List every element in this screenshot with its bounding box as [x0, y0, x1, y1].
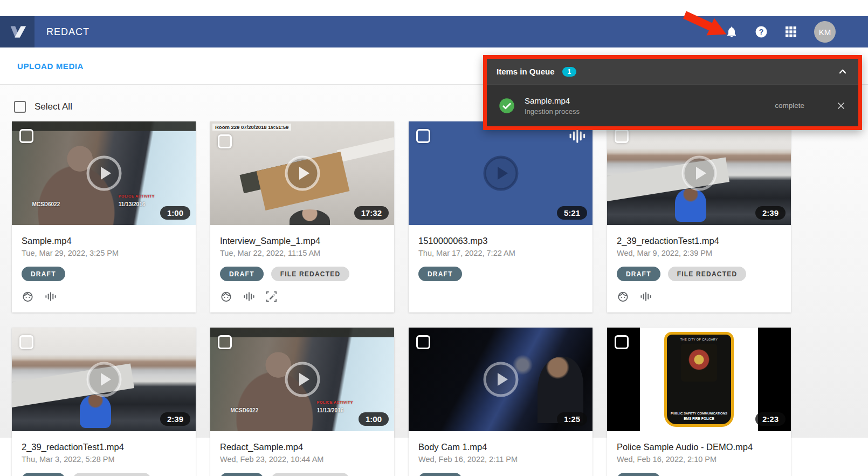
close-icon[interactable] [836, 100, 846, 111]
thumbnail-checkbox[interactable] [218, 335, 232, 349]
police-activity-watermark: POLICE ACTIVITY [119, 194, 155, 198]
room-timestamp-watermark: Room 229 07/20/2018 19:51:59 [212, 124, 291, 131]
queue-item-filename: Sample.mp4 [525, 96, 580, 105]
media-date: Thu, Mar 3, 2022, 5:28 PM [22, 455, 186, 464]
play-icon[interactable] [283, 360, 322, 399]
video-thumbnail[interactable]: 2:39 [607, 121, 791, 225]
media-title: 2_39_redactionTest1.mp4 [617, 236, 781, 246]
media-date: Wed, Mar 9, 2022, 2:39 PM [617, 249, 781, 257]
audio-waveform-icon [44, 290, 57, 303]
media-title: Interview_Sample_1.mp4 [220, 236, 384, 246]
queue-count-badge: 1 [562, 67, 577, 77]
queue-item-row: Sample.mp4 Ingestion process complete [487, 84, 858, 126]
help-icon[interactable]: ? [755, 25, 768, 38]
browser-top-strip [0, 0, 868, 16]
file-redacted-badge: FILE REDACTED [271, 473, 350, 476]
queue-panel-title: Items in Queue [497, 67, 555, 76]
media-title: 1510000063.mp3 [418, 236, 583, 246]
draft-badge: DRAFT [22, 267, 65, 281]
upload-media-button[interactable]: UPLOAD MEDIA [17, 62, 84, 71]
queue-item-status: complete [775, 101, 804, 110]
media-card[interactable]: 2:39 2_39_redactionTest1.mp4 Thu, Mar 3,… [12, 328, 196, 476]
camera-id-watermark: MCSD6022 [231, 407, 259, 413]
video-thumbnail[interactable]: Room 229 07/20/2018 19:51:59 17:32 [210, 121, 394, 225]
duration-badge: 1:00 [359, 412, 389, 426]
media-card[interactable]: 1:25 Body Cam 1.mp4 Wed, Feb 16, 2022, 2… [409, 328, 593, 476]
user-avatar[interactable]: KM [814, 21, 836, 43]
duration-badge: 1:00 [160, 206, 190, 220]
media-date: Tue, Mar 22, 2022, 11:15 AM [220, 249, 384, 257]
media-title: Police Sample Audio - DEMO.mp4 [617, 442, 781, 452]
select-all-label: Select All [35, 101, 72, 112]
play-icon[interactable] [680, 154, 719, 193]
notifications-bell-icon[interactable] [725, 25, 738, 38]
crest-services-text: EMS FIRE POLICE [684, 417, 714, 421]
chevron-up-icon[interactable] [837, 66, 849, 78]
video-thumbnail[interactable]: 2:39 [12, 328, 196, 431]
items-in-queue-panel: Items in Queue 1 Sample.mp4 Ingestion pr… [487, 59, 858, 126]
thumbnail-checkbox[interactable] [416, 129, 430, 143]
media-date: Wed, Feb 16, 2022, 2:11 PM [418, 455, 583, 464]
duration-badge: 17:32 [354, 206, 389, 220]
draft-badge: DRAFT [617, 473, 660, 476]
face-detection-icon [22, 290, 34, 303]
audio-waveform-icon [243, 290, 255, 303]
queue-item-process: Ingestion process [525, 107, 580, 115]
crest-emblem [681, 344, 717, 382]
thumbnail-checkbox[interactable] [19, 129, 33, 143]
select-all-checkbox[interactable] [14, 101, 26, 113]
svg-text:?: ? [759, 28, 764, 36]
duration-badge: 2:39 [160, 412, 190, 426]
thumbnail-checkbox[interactable] [615, 335, 629, 349]
video-thumbnail[interactable]: MCSD6022 POLICE ACTIVITY 11/13/2016 1:00 [12, 121, 196, 225]
play-icon[interactable] [85, 154, 123, 193]
police-activity-watermark: POLICE ACTIVITY [317, 400, 353, 404]
annotation-highlight-box: Items in Queue 1 Sample.mp4 Ingestion pr… [483, 55, 862, 130]
camera-id-watermark: MCSD6022 [32, 201, 60, 207]
draft-badge: DRAFT [418, 473, 462, 476]
draft-badge: DRAFT [418, 267, 462, 281]
audio-waveform-icon [639, 290, 652, 303]
duration-badge: 2:23 [755, 412, 786, 426]
media-title: 2_39_redactionTest1.mp4 [22, 442, 186, 452]
queue-panel-header: Items in Queue 1 [487, 59, 858, 84]
calgary-crest-logo: THE CITY OF CALGARY PUBLIC SAFETY COMMUN… [664, 332, 734, 427]
app-title: REDACT [46, 26, 89, 38]
video-thumbnail[interactable]: MCSD6022 POLICE ACTIVITY 11/13/2016 1:00 [210, 328, 394, 431]
play-icon[interactable] [283, 154, 322, 193]
duration-badge: 2:39 [755, 206, 786, 220]
crest-dept-text: PUBLIC SAFETY COMMUNICATIONS [671, 411, 727, 416]
thumbnail-checkbox[interactable] [615, 129, 629, 143]
media-card[interactable]: MCSD6022 POLICE ACTIVITY 11/13/2016 1:00… [12, 121, 196, 312]
navbar-actions: ? KM [725, 21, 868, 43]
media-date: Wed, Feb 16, 2022, 2:10 PM [617, 455, 781, 464]
success-check-icon [499, 98, 515, 114]
audio-waveform-icon [568, 127, 586, 145]
thumbnail-checkbox[interactable] [218, 134, 232, 148]
file-redacted-badge: FILE REDACTED [73, 473, 151, 476]
crest-city-text: THE CITY OF CALGARY [680, 338, 718, 341]
thumbnail-checkbox[interactable] [19, 335, 33, 349]
audio-thumbnail[interactable]: 5:21 [409, 121, 593, 225]
video-thumbnail[interactable]: THE CITY OF CALGARY PUBLIC SAFETY COMMUN… [607, 328, 791, 431]
app-grid-icon[interactable] [784, 25, 797, 38]
media-card[interactable]: MCSD6022 POLICE ACTIVITY 11/13/2016 1:00… [210, 328, 394, 476]
media-card[interactable]: 2:39 2_39_redactionTest1.mp4 Wed, Mar 9,… [607, 121, 791, 312]
media-grid: MCSD6022 POLICE ACTIVITY 11/13/2016 1:00… [12, 121, 856, 476]
play-icon[interactable] [481, 154, 520, 193]
play-icon[interactable] [85, 360, 123, 399]
media-card[interactable]: 5:21 1510000063.mp3 Thu, Mar 17, 2022, 7… [409, 121, 593, 312]
date-watermark: 11/13/2016 [119, 201, 146, 207]
draft-badge: DRAFT [220, 267, 264, 281]
veritone-logo[interactable] [0, 16, 35, 47]
file-redacted-badge: FILE REDACTED [271, 267, 350, 281]
play-icon[interactable] [481, 360, 520, 399]
draft-badge: DRAFT [220, 473, 264, 476]
file-redacted-badge: FILE REDACTED [668, 267, 747, 281]
media-card[interactable]: THE CITY OF CALGARY PUBLIC SAFETY COMMUN… [607, 328, 791, 476]
video-thumbnail[interactable]: 1:25 [409, 328, 593, 431]
media-card[interactable]: Room 229 07/20/2018 19:51:59 17:32 Inter… [210, 121, 394, 312]
draft-badge: DRAFT [22, 473, 65, 476]
thumbnail-checkbox[interactable] [416, 335, 430, 349]
media-date: Thu, Mar 17, 2022, 7:22 AM [418, 249, 583, 257]
